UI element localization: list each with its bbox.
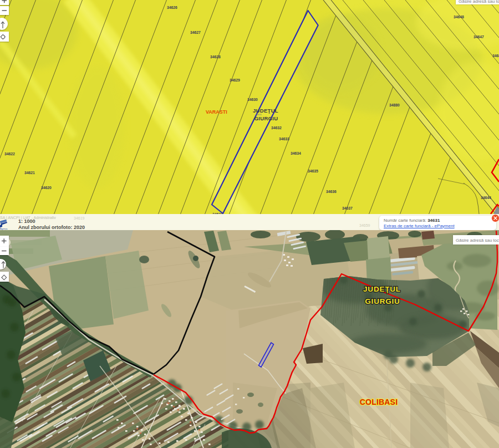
svg-text:34636: 34636 [326,190,337,194]
svg-text:34635: 34635 [308,169,318,173]
svg-text:34629: 34629 [230,78,240,82]
svg-text:JUDEŢUL: JUDEŢUL [253,108,278,114]
svg-text:34621: 34621 [24,171,35,175]
svg-text:34647: 34647 [473,35,484,39]
svg-text:34637: 34637 [342,206,353,210]
svg-text:34628: 34628 [210,55,221,59]
svg-text:VARASTI: VARASTI [206,109,227,115]
svg-text:34622: 34622 [4,152,15,156]
svg-text:34632: 34632 [271,126,282,130]
svg-text:34644: 34644 [481,196,491,200]
svg-text:34630: 34630 [247,98,258,101]
svg-text:34633: 34633 [279,137,289,141]
svg-text:GIURGIU: GIURGIU [254,115,278,121]
svg-text:34648: 34648 [454,15,464,19]
svg-text:COLIBASI: COLIBASI [360,398,398,406]
svg-text:JUDEŢUL: JUDEŢUL [363,285,401,293]
svg-text:34626: 34626 [167,6,177,9]
svg-text:34634: 34634 [291,151,301,155]
svg-text:34620: 34620 [41,186,52,190]
svg-text:3464: 3464 [492,54,499,58]
svg-text:34627: 34627 [190,30,201,34]
svg-text:GIURGIU: GIURGIU [365,297,400,306]
svg-text:34880: 34880 [389,103,400,107]
